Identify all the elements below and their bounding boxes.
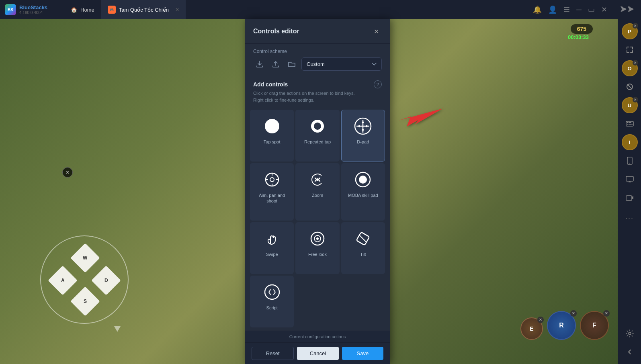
panel-header: Controls editor ✕ <box>245 19 390 44</box>
add-controls-header: Add controls ? <box>253 80 382 88</box>
timer-value: 00:03:33 <box>568 34 589 40</box>
help-icon[interactable]: ? <box>374 80 382 88</box>
control-script[interactable]: Script <box>250 276 294 327</box>
sidebar-slash-icon[interactable] <box>622 79 638 95</box>
control-swipe[interactable]: Swipe <box>250 222 294 274</box>
o-close-icon[interactable]: ✕ <box>633 60 638 65</box>
add-controls-desc: Click or drag the actions on the screen … <box>253 90 382 103</box>
skill-r-close[interactable]: ✕ <box>570 310 577 317</box>
control-tilt[interactable]: Tilt <box>341 222 385 274</box>
dpad-triangle-indicator <box>114 326 121 332</box>
sidebar-keyboard-icon[interactable] <box>622 116 638 132</box>
dpad-up-button[interactable]: W <box>70 243 100 273</box>
dpad-down-button[interactable]: S <box>70 286 100 316</box>
control-zoom[interactable]: Zoom <box>295 163 339 221</box>
bell-icon[interactable]: 🔔 <box>533 5 542 14</box>
control-tap-spot[interactable]: Tap spot <box>250 110 294 162</box>
skill-f-button[interactable]: F ✕ <box>580 311 609 340</box>
control-scheme-section: Control scheme Custom <box>245 44 390 76</box>
moba-icon <box>353 170 373 189</box>
tab-home[interactable]: 🏠 Home <box>64 0 101 19</box>
zoom-icon <box>308 170 327 189</box>
svg-rect-4 <box>629 122 630 123</box>
tilt-icon <box>353 229 373 248</box>
sidebar-u-button[interactable]: U✕ <box>622 97 638 113</box>
u-close-icon[interactable]: ✕ <box>633 97 638 102</box>
panel-title: Controls editor <box>253 28 299 35</box>
d-pad-icon <box>353 117 373 136</box>
score-value: 675 <box>577 26 586 32</box>
app-version: 4.180.0.4004 <box>19 10 47 15</box>
svg-point-10 <box>629 163 630 164</box>
expand-icon[interactable]: ⮞⮞ <box>620 6 635 14</box>
script-icon <box>262 282 282 302</box>
panel-close-button[interactable]: ✕ <box>371 26 382 37</box>
p-close-icon[interactable]: ✕ <box>633 23 638 29</box>
svg-rect-11 <box>626 176 633 181</box>
scheme-import-button[interactable] <box>253 58 266 71</box>
person-icon[interactable]: 👤 <box>548 5 557 14</box>
skill-e-button[interactable]: E ✕ <box>520 317 543 340</box>
score-display: 675 <box>571 24 593 34</box>
sidebar-monitor-icon[interactable] <box>622 171 638 187</box>
scheme-folder-button[interactable] <box>285 58 298 71</box>
svg-point-40 <box>265 285 279 299</box>
skill-area: E ✕ R ✕ F ✕ <box>520 311 609 340</box>
reset-button[interactable]: Reset <box>252 347 294 360</box>
sidebar-settings-icon[interactable] <box>622 325 638 342</box>
sidebar-mobile-icon[interactable] <box>622 153 638 169</box>
sidebar-o-button[interactable]: O✕ <box>622 60 638 76</box>
skill-f-close[interactable]: ✕ <box>603 310 610 317</box>
tab-home-label: Home <box>80 7 94 13</box>
svg-rect-6 <box>627 124 628 125</box>
control-aim-pan-shoot[interactable]: Aim, pan and shoot <box>250 163 294 221</box>
save-button[interactable]: Save <box>342 347 383 360</box>
bluestacks-icon: BS <box>5 4 16 15</box>
skill-r-button[interactable]: R ✕ <box>547 311 576 340</box>
free-look-icon <box>308 229 327 248</box>
aim-icon <box>262 170 282 189</box>
control-free-look[interactable]: Free look <box>295 222 339 274</box>
minimize-icon[interactable]: ─ <box>576 6 582 14</box>
tab-game[interactable]: 🎮 Tam Quốc Tốc Chiến ✕ <box>101 0 186 19</box>
dpad-right-button[interactable]: D <box>91 266 121 295</box>
control-repeated-tap[interactable]: Repeated tap <box>295 110 339 162</box>
bottom-bar: Current configuration actions Reset Canc… <box>245 331 390 364</box>
scheme-row: Custom <box>253 57 382 71</box>
tab-close-icon[interactable]: ✕ <box>175 7 179 12</box>
add-controls-section: Add controls ? Click or drag the actions… <box>245 76 390 106</box>
aim-pan-shoot-label: Aim, pan and shoot <box>254 192 290 204</box>
sidebar-expand-icon[interactable] <box>622 42 638 58</box>
hamburger-icon[interactable]: ☰ <box>563 5 570 14</box>
svg-point-34 <box>359 176 367 184</box>
control-d-pad[interactable]: D-pad <box>341 110 385 162</box>
sidebar-camera-icon[interactable] <box>622 190 638 206</box>
top-right-icons: 🔔 👤 ☰ ─ ▭ ✕ ⮞⮞ <box>533 5 641 14</box>
sidebar-divider <box>624 210 636 210</box>
window-close-icon[interactable]: ✕ <box>601 5 607 14</box>
scheme-export-button[interactable] <box>269 58 282 71</box>
restore-icon[interactable]: ▭ <box>588 5 595 14</box>
tap-spot-icon <box>262 117 282 136</box>
control-moba-skill[interactable]: MOBA skill pad <box>341 163 385 221</box>
svg-rect-8 <box>631 124 633 125</box>
svg-point-16 <box>629 332 631 335</box>
config-actions-label: Current configuration actions <box>245 331 390 343</box>
sidebar-p-button[interactable]: P✕ <box>622 23 638 39</box>
add-controls-title: Add controls <box>253 81 288 88</box>
svg-point-19 <box>314 123 321 130</box>
dpad-control: ✕ W S A D <box>40 235 129 324</box>
controls-panel: Controls editor ✕ Control scheme Cus <box>245 19 390 364</box>
sidebar-more-icon[interactable]: ··· <box>625 214 634 223</box>
dpad-close[interactable]: ✕ <box>62 167 73 178</box>
svg-marker-23 <box>362 121 364 123</box>
scheme-value: Custom <box>307 61 325 67</box>
dpad-left-button[interactable]: A <box>48 266 78 295</box>
sidebar-arrow-icon[interactable] <box>622 344 638 360</box>
sidebar-i-button[interactable]: I <box>622 134 638 150</box>
skill-e-close[interactable]: ✕ <box>537 317 544 323</box>
svg-point-28 <box>270 178 274 182</box>
dpad-circle: W S A D <box>40 235 129 324</box>
cancel-button[interactable]: Cancel <box>297 347 338 360</box>
scheme-dropdown[interactable]: Custom <box>301 57 382 71</box>
